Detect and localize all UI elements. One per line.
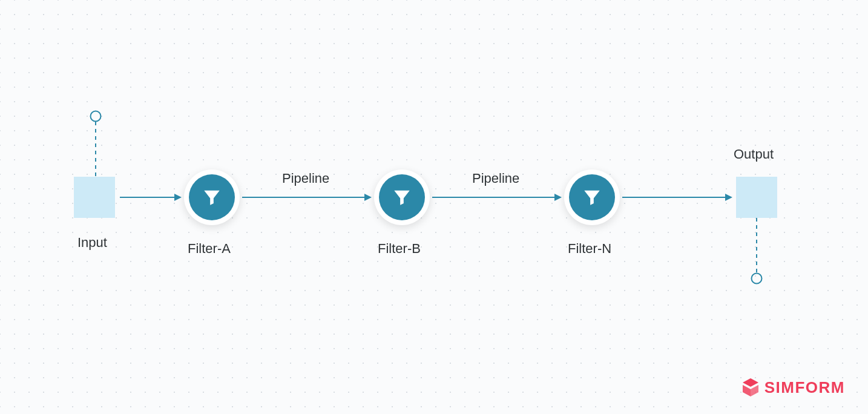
pipeline-label-1: Pipeline: [282, 171, 329, 186]
svg-marker-7: [554, 194, 562, 201]
input-box: [74, 177, 115, 218]
simform-logo-icon: [741, 378, 760, 397]
filter-n-node: [564, 169, 620, 225]
svg-marker-5: [364, 194, 372, 201]
filter-a-label: Filter-A: [188, 241, 231, 257]
arrow-filter-a-to-b: [241, 191, 372, 203]
filter-b-label: Filter-B: [378, 241, 421, 257]
filter-n-label: Filter-N: [568, 241, 611, 257]
simform-logo: SIMFORM: [741, 378, 845, 397]
simform-logo-text: SIMFORM: [764, 378, 845, 397]
svg-point-0: [91, 111, 101, 122]
svg-marker-9: [725, 194, 732, 201]
diagram-canvas: Input Filter-A Pipeline Filter-B Pipelin…: [0, 0, 868, 414]
input-label: Input: [77, 235, 107, 251]
arrow-input-to-filter-a: [119, 191, 182, 203]
filter-icon: [569, 174, 615, 220]
output-box: [736, 177, 777, 218]
svg-marker-3: [174, 194, 182, 201]
filter-icon: [189, 174, 235, 220]
input-port-connector: [90, 110, 102, 178]
arrow-filter-b-to-n: [431, 191, 562, 203]
filter-b-node: [374, 169, 430, 225]
arrow-filter-n-to-output: [621, 191, 732, 203]
filter-icon: [379, 174, 425, 220]
pipeline-label-2: Pipeline: [472, 171, 519, 186]
filter-a-node: [184, 169, 240, 225]
output-label: Output: [734, 146, 774, 162]
output-port-connector: [751, 218, 763, 286]
svg-point-11: [752, 274, 762, 284]
